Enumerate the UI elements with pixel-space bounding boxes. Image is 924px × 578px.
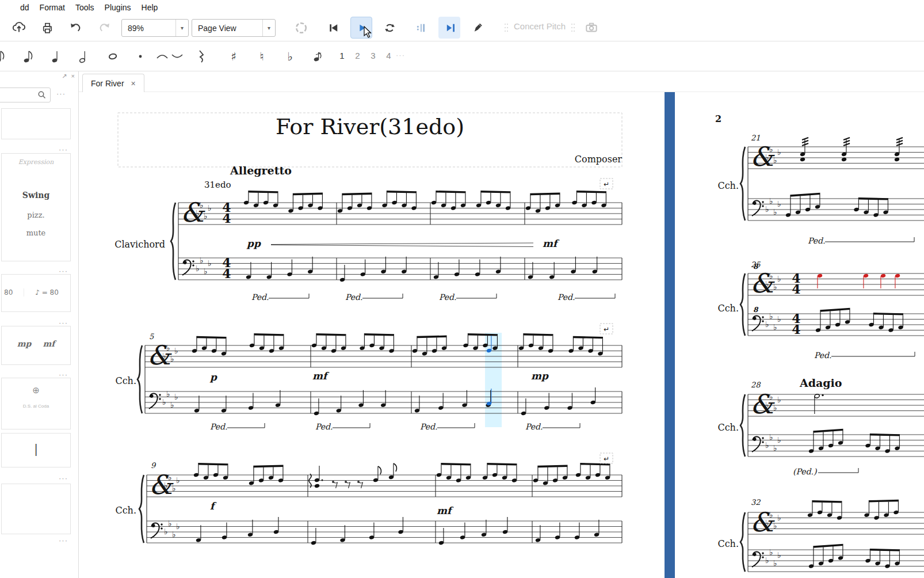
- svg-text:p: p: [209, 371, 217, 383]
- menu-item-help[interactable]: Help: [136, 2, 163, 13]
- svg-text:♭: ♭: [176, 522, 180, 531]
- svg-text:Cch.: Cch.: [717, 422, 739, 433]
- palette-item-swing[interactable]: Swing: [2, 191, 70, 200]
- whole-note-button[interactable]: [101, 46, 124, 67]
- menu-item-format[interactable]: Format: [35, 2, 70, 13]
- eighth-note-icon: [21, 48, 36, 65]
- cloud-upload-icon: [12, 20, 26, 35]
- svg-text:♭: ♭: [769, 144, 773, 154]
- voice-2-button[interactable]: 2: [353, 48, 362, 63]
- repeat-barline-button[interactable]: [409, 17, 431, 39]
- drag-dots-icon: [504, 22, 509, 33]
- palette-cell-expression[interactable]: Expression Swing pizz. mute: [1, 153, 71, 261]
- augmentation-dot-button[interactable]: [129, 46, 152, 67]
- score-canvas[interactable]: For River(31edo)Composer2&♭♭♭♭♭♭♭♭4444pp…: [79, 92, 924, 578]
- palette-item-mute[interactable]: mute: [2, 229, 70, 237]
- undo-button[interactable]: [64, 17, 86, 39]
- rewind-button[interactable]: [322, 17, 344, 39]
- view-mode-select[interactable]: Page View ▾: [192, 19, 276, 37]
- repeat-barline-icon: [413, 21, 427, 35]
- score-page[interactable]: For River(31edo)Composer2&♭♭♭♭♭♭♭♭4444pp…: [79, 92, 924, 578]
- section-menu-button[interactable]: ···: [59, 536, 68, 545]
- svg-text:Cch.: Cch.: [717, 303, 739, 314]
- view-mode-value: Page View: [192, 24, 262, 33]
- svg-text:mf: mf: [543, 238, 560, 249]
- svg-text:♭: ♭: [765, 400, 769, 409]
- palette-item-mf[interactable]: mf: [43, 339, 55, 348]
- svg-text:♭: ♭: [773, 322, 777, 332]
- svg-text:pp: pp: [246, 238, 261, 249]
- svg-text:32: 32: [751, 498, 761, 507]
- svg-text:Ped.: Ped.: [814, 351, 832, 360]
- palette-cell-repeats[interactable]: ⊕ D.S. al Coda: [1, 378, 71, 429]
- menu-item-add[interactable]: dd: [15, 2, 35, 13]
- loop-playback-button[interactable]: [379, 17, 400, 39]
- svg-text:♭: ♭: [200, 256, 204, 265]
- svg-text:♭: ♭: [200, 200, 204, 210]
- palette-cell-tempo[interactable]: 80 ♪ = 80: [1, 274, 71, 312]
- palette-item-pizz[interactable]: pizz.: [2, 211, 70, 219]
- svg-text:♭: ♭: [777, 314, 781, 324]
- panel-close-icon[interactable]: ×: [71, 73, 75, 80]
- toolbar-drag-handle[interactable]: [571, 22, 575, 36]
- toolbar-drag-handle[interactable]: [504, 22, 509, 36]
- voice-4-button[interactable]: 4: [384, 48, 394, 63]
- palette-item-mp[interactable]: mp: [17, 339, 32, 348]
- menu-item-plugins[interactable]: Plugins: [100, 2, 136, 13]
- svg-text:Cch.: Cch.: [115, 505, 136, 516]
- play-repeats-button[interactable]: [438, 17, 460, 39]
- palette-cell-barlines[interactable]: |: [1, 433, 71, 467]
- slur-button[interactable]: [166, 46, 189, 67]
- palette-item-tempo-partial[interactable]: 80: [4, 288, 13, 296]
- svg-text:Clavichord: Clavichord: [114, 239, 165, 250]
- mouse-cursor: [364, 26, 373, 39]
- palette-item-coda[interactable]: ⊕: [2, 385, 70, 396]
- section-menu-button[interactable]: ···: [59, 145, 68, 154]
- screenshot-button[interactable]: [581, 17, 602, 39]
- palette-menu-button[interactable]: ···: [56, 89, 66, 98]
- flat-button[interactable]: ♭: [278, 46, 301, 67]
- publish-button[interactable]: [8, 17, 30, 39]
- grace-note-button[interactable]: [308, 46, 331, 67]
- panel-popout-icon[interactable]: ↗: [62, 73, 67, 80]
- menu-item-tools[interactable]: Tools: [70, 2, 100, 13]
- zoom-select[interactable]: 89% ▾: [121, 19, 189, 37]
- palette-item-jump[interactable]: D.S. al Coda: [2, 404, 70, 409]
- svg-text:♭: ♭: [162, 351, 166, 360]
- palette-cell-dynamics[interactable]: mp mf: [1, 326, 71, 365]
- sharp-icon: ♯: [231, 50, 236, 63]
- svg-text:♭: ♭: [196, 264, 200, 273]
- tab-for-river[interactable]: For River ×: [82, 74, 144, 93]
- rest-button[interactable]: [190, 46, 213, 67]
- voice-3-button[interactable]: 3: [368, 48, 378, 63]
- print-button[interactable]: [36, 17, 58, 39]
- palette-cell[interactable]: [1, 484, 71, 534]
- midi-input-button[interactable]: [290, 17, 312, 39]
- pan-score-button[interactable]: [467, 17, 488, 39]
- note-input-toolbar: ♯♮♭ 1234 ···: [0, 41, 924, 71]
- palette-item-barline[interactable]: |: [2, 442, 70, 457]
- menu-bar: dd Format Tools Plugins Help: [0, 0, 924, 14]
- svg-text:♭: ♭: [166, 389, 170, 398]
- section-menu-button[interactable]: ···: [59, 474, 68, 482]
- svg-text:♭: ♭: [777, 513, 781, 522]
- musescore-app: dd Format Tools Plugins Help: [0, 0, 924, 578]
- natural-button[interactable]: ♮: [250, 46, 273, 67]
- rest-icon: [194, 48, 209, 65]
- notebar-overflow-button[interactable]: ···: [396, 51, 405, 59]
- partial-note-button[interactable]: [0, 46, 16, 67]
- sharp-button[interactable]: ♯: [222, 46, 245, 67]
- palette-cell[interactable]: [1, 108, 71, 139]
- eighth-note-button[interactable]: [17, 46, 40, 67]
- palette-item-tempo[interactable]: ♪ = 80: [24, 288, 70, 296]
- redo-button[interactable]: [93, 17, 115, 39]
- tab-close-icon[interactable]: ×: [131, 79, 136, 88]
- half-note-button[interactable]: [72, 46, 96, 67]
- concert-pitch-toggle[interactable]: Concert Pitch: [514, 21, 566, 31]
- svg-text:♭: ♭: [166, 343, 170, 352]
- quarter-note-button[interactable]: [45, 46, 68, 67]
- palette-search-input[interactable]: [0, 88, 51, 102]
- voice-1-button[interactable]: 1: [337, 48, 347, 63]
- svg-text:5: 5: [149, 332, 154, 341]
- svg-text:♭: ♭: [777, 435, 781, 444]
